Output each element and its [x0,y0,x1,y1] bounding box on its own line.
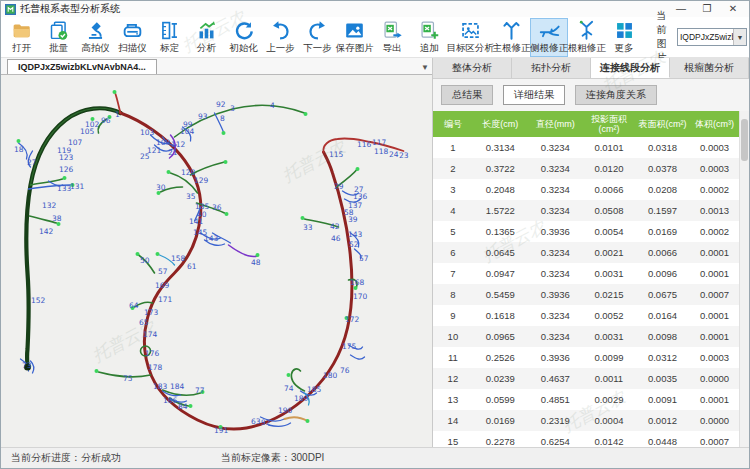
current-image-label: 当前图片 [657,9,671,65]
segment-number-label: 129 [194,177,208,185]
toolbar-item-root-width-fix[interactable]: 根粗修正 [568,18,606,57]
segment-number-label: 143 [204,235,218,243]
toolbar-item-target-area[interactable]: 目标区分析 [448,18,493,57]
table-cell: 0.0003 [690,142,739,153]
segment-number-label: 169 [155,282,169,290]
table-row[interactable]: 120.02390.46370.00110.00350.0000 [433,368,739,389]
toolbar-item-analyze[interactable]: 分析 [188,18,225,57]
table-cell: 0.0448 [635,436,690,447]
document-tab[interactable]: IQDPJxZ5wizbKLvNAvbNA4... [7,59,157,74]
table-row[interactable]: 80.54590.39360.02150.06750.0007 [433,284,739,305]
table-row[interactable]: 90.16180.32340.00520.01640.0001 [433,305,739,326]
table-cell: 0.1365 [473,226,528,237]
title-bar: 托普根系表型分析系统 — ❐ ✕ [1,1,749,17]
segment-number-label: 74 [284,385,294,393]
toolbar-item-more[interactable]: 更多 [606,18,643,57]
current-image-value: IQDPJxZ5wizbk [678,32,733,42]
table-row[interactable]: 100.09650.32340.00310.00980.0001 [433,326,739,347]
segment-number-label: 189 [294,395,308,403]
table-cell: 15 [433,436,473,447]
scrollbar-thumb[interactable] [741,119,748,161]
table-cell: 0.0002 [690,226,739,237]
segment-number-label: 63 [251,418,261,426]
table-header-cell: 长度(cm) [473,118,528,130]
main-root-icon [501,20,522,41]
table-row[interactable]: 70.09470.32340.00310.00960.0001 [433,263,739,284]
toolbar-item-scanner[interactable]: 扫描仪 [114,18,151,57]
table-cell: 0.1597 [635,205,690,216]
toolbar-item-open[interactable]: 打开 [3,18,40,57]
combo-dropdown-icon[interactable]: ▼ [733,29,746,45]
table-cell: 9 [433,310,473,321]
table-cell: 0.0239 [473,373,528,384]
toolbar-item-label: 高拍仪 [81,42,110,55]
toolbar-item-save-image[interactable]: 保存图片 [336,18,374,57]
segment-number-label: 116 [357,141,371,149]
table-header-cell: 直径(mm) [528,118,583,130]
dpi-value: 300DPI [291,452,324,463]
table-cell: 0.0208 [635,184,690,195]
table-cell: 0.0965 [473,331,528,342]
segment-number-label: 168 [350,279,364,287]
table-header-cell: 体积(cm³) [690,118,739,130]
table-cell: 0.0091 [635,394,690,405]
segment-number-label: 180 [323,372,337,380]
result-button-3[interactable]: 连接角度关系 [575,85,657,105]
toolbar-item-batch[interactable]: 批量 [40,18,77,57]
toolbar-item-doc-camera[interactable]: 高拍仪 [77,18,114,57]
segment-number-label: 48 [251,259,261,267]
toolbar-item-label: 侧根修正 [530,42,568,55]
table-row[interactable]: 30.20480.32340.00660.02080.0002 [433,179,739,200]
toolbar-item-label: 根粗修正 [568,42,606,55]
toolbar-item-export[interactable]: 导出 [374,18,411,57]
toolbar-item-lateral-root-fix[interactable]: 侧根修正 [530,18,568,57]
table-cell: 0.0066 [635,247,690,258]
table-cell: 11 [433,352,473,363]
result-button-2[interactable]: 详细结果 [503,85,565,105]
segment-number-label: 57 [359,255,369,263]
analysis-tab-3[interactable]: 连接线段分析 [591,58,670,78]
calibration-dpi-status: 当前标定像素：300DPI [211,451,324,465]
table-cell: 0.0007 [690,289,739,300]
table-row[interactable]: 60.06450.32340.00210.00660.0001 [433,242,739,263]
table-cell: 0.0169 [473,415,528,426]
toolbar-item-calibrate[interactable]: 标定 [151,18,188,57]
table-row[interactable]: 130.05990.48510.00290.00910.0001 [433,389,739,410]
tab-list-dropdown-icon[interactable]: ▼ [421,63,429,72]
table-cell: 0.0029 [583,394,635,405]
analysis-tab-4[interactable]: 根瘤菌分析 [670,58,749,78]
table-row[interactable]: 41.57220.32340.05080.15970.0013 [433,200,739,221]
table-row[interactable]: 10.31340.32340.01010.03180.0003 [433,137,739,158]
toolbar-item-label: 主根修正 [492,42,530,55]
segment-number-label: 142 [39,228,53,236]
segment-number-label: 1 [115,111,120,119]
analysis-tab-2[interactable]: 拓扑分析 [512,58,591,78]
segment-number-label: 64 [129,302,139,310]
segment-number-label: 33 [303,224,313,232]
segment-number-label: 93 [198,113,208,121]
toolbar-item-append[interactable]: 追加 [411,18,448,57]
segment-number-label: 23 [399,152,409,160]
table-cell: 0.0021 [583,247,635,258]
table-cell: 0.0378 [635,163,690,174]
table-row[interactable]: 20.37220.32340.01200.03780.0003 [433,158,739,179]
toolbar-item-label: 更多 [615,42,634,55]
analysis-tab-1[interactable]: 整体分析 [433,58,512,78]
result-button-1[interactable]: 总结果 [441,85,493,105]
toolbar-item-prev-step[interactable]: 上一步 [262,18,299,57]
root-image-viewport[interactable]: 1923493896991041021051071031091121212521… [1,75,432,447]
table-row[interactable]: 150.22780.62540.01420.04480.0007 [433,431,739,447]
table-row[interactable]: 50.13650.39360.00540.01690.0002 [433,221,739,242]
segment-number-label: 84 [178,403,188,411]
table-scrollbar[interactable] [739,111,749,447]
toolbar-item-initialize[interactable]: 初始化 [225,18,262,57]
toolbar-item-next-step[interactable]: 下一步 [299,18,336,57]
table-cell: 0.0099 [583,352,635,363]
table-row[interactable]: 140.01690.23190.00040.00120.0000 [433,410,739,431]
current-image-combobox[interactable]: IQDPJxZ5wizbk ▼ [677,28,747,46]
segment-number-label: 36 [212,204,222,212]
segment-number-label: 184 [170,383,184,391]
toolbar-item-main-root-fix[interactable]: 主根修正 [493,18,531,57]
table-row[interactable]: 110.25260.39360.00990.03120.0003 [433,347,739,368]
segment-number-label: 118 [374,148,388,156]
